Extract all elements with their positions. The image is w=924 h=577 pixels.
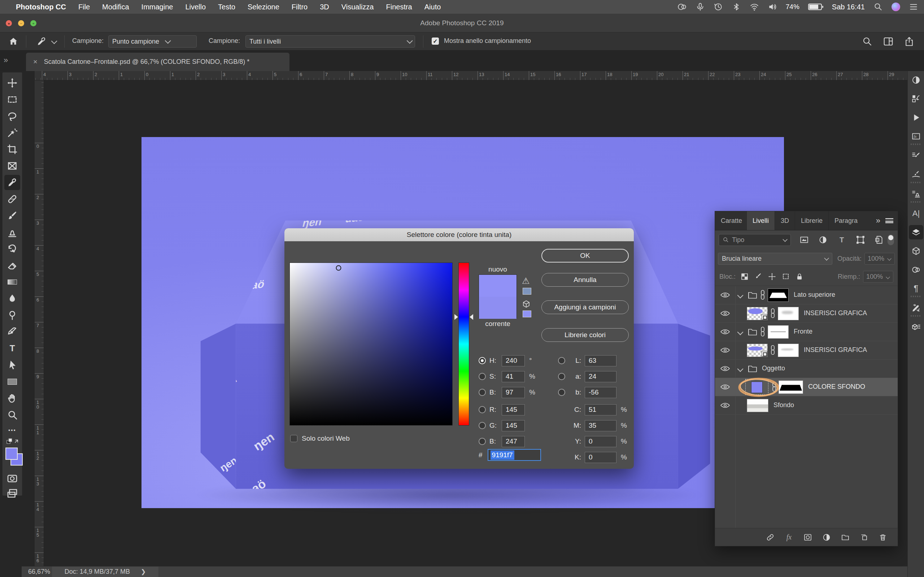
filter-type-layers-icon[interactable]: T bbox=[836, 234, 847, 245]
status-popup-chevron-icon[interactable]: ❯ bbox=[141, 568, 146, 575]
radio-button[interactable] bbox=[478, 406, 486, 413]
lasso-tool[interactable] bbox=[4, 108, 20, 124]
menu-item[interactable]: Aiuto bbox=[425, 3, 441, 11]
search-icon[interactable] bbox=[862, 36, 873, 47]
layer-row-oggetto[interactable]: Oggetto bbox=[715, 359, 898, 378]
field-input[interactable]: 63 bbox=[585, 355, 617, 366]
field-input[interactable]: 41 bbox=[502, 371, 525, 382]
layer-mask-thumbnail[interactable] bbox=[779, 380, 803, 394]
field-input[interactable]: 145 bbox=[502, 420, 525, 431]
wifi-icon[interactable] bbox=[750, 2, 759, 11]
close-tab-icon[interactable]: × bbox=[33, 58, 37, 66]
smart-object-thumbnail[interactable] bbox=[747, 307, 768, 320]
window-title-bar[interactable]: ● − + Adobe Photoshop CC 2019 bbox=[0, 14, 924, 32]
dock-paragraph-icon[interactable]: ¶ bbox=[909, 281, 923, 296]
panel-expand-chevrons[interactable]: » bbox=[876, 216, 880, 226]
gradient-tool[interactable] bbox=[4, 274, 20, 290]
hue-slider-left-arrow-icon[interactable] bbox=[454, 314, 458, 320]
opacity-input[interactable]: 100% bbox=[864, 253, 895, 265]
menu-item[interactable]: File bbox=[78, 3, 90, 11]
siri-icon[interactable] bbox=[892, 3, 900, 11]
lock-all-icon[interactable] bbox=[795, 272, 804, 281]
layer-row-fronte[interactable]: Fronte bbox=[715, 323, 898, 341]
sample-layers-select[interactable]: Tutti i livelli bbox=[246, 35, 415, 48]
smart-object-thumbnail[interactable] bbox=[747, 344, 768, 357]
visibility-eye-icon[interactable] bbox=[720, 309, 730, 318]
vertical-ruler[interactable]: 012345678910111213141516 bbox=[35, 81, 44, 566]
document-tab[interactable]: × Scatola Cartone–Frontale.psd @ 66,7% (… bbox=[26, 53, 289, 71]
notification-center-icon[interactable] bbox=[909, 2, 918, 11]
new-layer-icon[interactable] bbox=[859, 533, 869, 542]
menu-item[interactable]: 3D bbox=[320, 3, 329, 11]
creative-cloud-icon[interactable] bbox=[677, 2, 687, 11]
field-input[interactable]: 24 bbox=[585, 371, 617, 382]
fill-input[interactable]: 100% bbox=[863, 271, 893, 283]
visibility-eye-icon[interactable] bbox=[720, 291, 730, 299]
web-nearest-color-swatch[interactable] bbox=[523, 311, 531, 318]
visibility-eye-icon[interactable] bbox=[720, 327, 730, 336]
new-adjustment-layer-icon[interactable] bbox=[822, 533, 831, 542]
quick-selection-tool[interactable] bbox=[4, 125, 20, 140]
home-icon[interactable] bbox=[8, 36, 19, 47]
dock-adjustments-icon[interactable] bbox=[909, 73, 923, 87]
dock-brushes-icon[interactable] bbox=[909, 167, 923, 182]
radio-button[interactable] bbox=[478, 389, 486, 396]
radio-button[interactable] bbox=[478, 422, 486, 429]
hue-slider[interactable] bbox=[459, 263, 469, 425]
dock-character-icon[interactable]: A| bbox=[909, 206, 923, 221]
tab-livelli[interactable]: Livelli bbox=[747, 211, 775, 230]
add-layer-mask-icon[interactable] bbox=[803, 533, 813, 542]
field-input[interactable]: 145 bbox=[502, 404, 525, 416]
radio-button[interactable] bbox=[558, 389, 565, 396]
group-expand-chevron-icon[interactable] bbox=[737, 292, 743, 298]
radio-button[interactable] bbox=[478, 373, 486, 380]
filter-smart-objects-icon[interactable] bbox=[874, 234, 885, 245]
microphone-icon[interactable] bbox=[696, 2, 705, 11]
delete-layer-icon[interactable] bbox=[878, 533, 888, 542]
hand-tool[interactable] bbox=[4, 390, 20, 406]
layer-mask-thumbnail[interactable] bbox=[768, 288, 789, 302]
layer-filter-type-select[interactable]: Tipo bbox=[719, 234, 791, 246]
visibility-eye-icon[interactable] bbox=[720, 346, 730, 355]
sample-size-select[interactable]: Punto campione bbox=[108, 35, 197, 48]
dock-history-icon[interactable] bbox=[909, 92, 923, 106]
field-input[interactable]: 240 bbox=[502, 355, 525, 366]
eyedropper-tool-preset-icon[interactable] bbox=[36, 36, 47, 47]
menu-clock[interactable]: Sab 16:41 bbox=[832, 3, 865, 11]
horizontal-ruler[interactable]: 4321012345678910111213141516171819202122… bbox=[35, 71, 908, 81]
clone-stamp-tool[interactable] bbox=[4, 225, 20, 240]
app-menu-name[interactable]: Photoshop CC bbox=[16, 3, 66, 11]
dialog-title-bar[interactable]: Selettore colore (colore tinta unita) bbox=[284, 228, 634, 241]
path-selection-tool[interactable] bbox=[4, 357, 20, 372]
filter-toggle-switch[interactable] bbox=[888, 234, 894, 245]
rectangular-marquee-tool[interactable] bbox=[4, 92, 20, 107]
color-field-marker[interactable] bbox=[336, 266, 341, 271]
swap-colors-icon[interactable] bbox=[5, 437, 21, 446]
spotlight-search-icon[interactable] bbox=[874, 2, 883, 11]
field-input[interactable]: 51 bbox=[585, 404, 617, 416]
menu-item[interactable]: Modifica bbox=[102, 3, 129, 11]
field-input[interactable]: 35 bbox=[585, 420, 617, 431]
dock-clone-source-icon[interactable] bbox=[909, 187, 923, 201]
mask-link-icon[interactable] bbox=[770, 345, 775, 356]
crop-tool[interactable] bbox=[4, 142, 20, 157]
layer-mask-thumbnail[interactable] bbox=[768, 325, 789, 338]
field-input[interactable]: -56 bbox=[585, 387, 617, 398]
workspace-switcher-icon[interactable] bbox=[883, 36, 894, 47]
menu-item[interactable]: Selezione bbox=[247, 3, 279, 11]
layer-row-sfondo[interactable]: Sfondo bbox=[715, 396, 898, 415]
field-input[interactable]: 247 bbox=[502, 436, 525, 447]
move-tool[interactable] bbox=[4, 76, 20, 90]
cancel-button[interactable]: Annulla bbox=[541, 273, 629, 287]
layer-row-colore-sfondo[interactable]: COLORE SFONDO bbox=[715, 378, 898, 396]
show-sampling-ring-checkbox[interactable]: ✓ bbox=[432, 37, 439, 45]
tab-paragrafo[interactable]: Paragra bbox=[829, 211, 863, 230]
dock-libraries-icon[interactable] bbox=[909, 263, 923, 277]
radio-button[interactable] bbox=[478, 438, 486, 445]
group-expand-chevron-icon[interactable] bbox=[737, 329, 743, 335]
lock-transparency-icon[interactable] bbox=[741, 272, 749, 281]
spot-healing-brush-tool[interactable] bbox=[4, 192, 20, 206]
visibility-eye-icon[interactable] bbox=[720, 383, 730, 391]
zoom-tool[interactable] bbox=[4, 407, 20, 422]
volume-icon[interactable] bbox=[768, 2, 777, 11]
